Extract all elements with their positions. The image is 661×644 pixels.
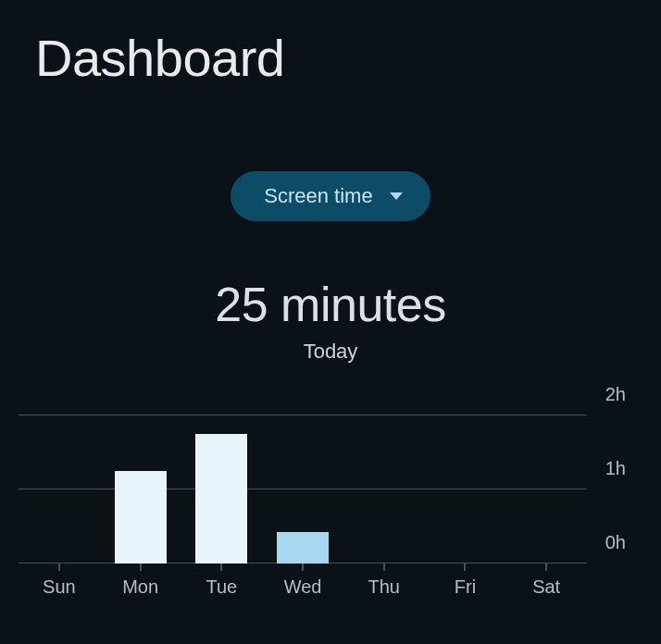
x-axis-label: Thu [343,576,425,598]
x-axis-label: Tue [181,576,262,598]
bar-slot [425,415,506,564]
y-axis-label: 1h [605,458,626,479]
x-axis-label: Wed [262,576,343,598]
x-axis-tick [302,564,304,571]
x-axis-tick [383,564,385,571]
x-axis-label: Mon [100,576,181,598]
bar-slot [181,415,262,564]
screen-time-chart: 0h1h2h SunMonTueWedThuFriSat [19,415,642,610]
page-title: Dashboard [35,28,642,88]
summary-label: Today [19,340,642,364]
x-axis-label: Sat [505,576,587,598]
bar-slot [343,415,425,564]
summary-section: 25 minutes Today [19,277,642,364]
chart-plot: 0h1h2h [19,415,587,564]
dropdown-label: Screen time [264,184,372,208]
bar-slot [262,415,343,564]
y-axis-label: 0h [605,532,626,553]
chart-bar[interactable] [195,434,247,564]
bar-slot [505,415,587,564]
x-axis-tick [464,564,466,571]
chart-bar[interactable] [115,471,167,564]
x-axis-tick [545,564,547,571]
summary-value: 25 minutes [19,277,642,332]
screen-time-dropdown[interactable]: Screen time [231,171,430,221]
x-axis-label: Fri [425,576,506,598]
y-axis-label: 2h [605,384,626,405]
x-axis-tick [220,564,222,571]
x-axis-tick [58,564,60,571]
x-axis-tick [140,564,142,571]
x-axis-labels: SunMonTueWedThuFriSat [19,576,587,598]
dropdown-container: Screen time [19,171,642,221]
bar-slot [100,415,181,564]
bars-container [19,415,587,564]
x-axis-label: Sun [19,576,100,598]
bar-slot [19,415,100,564]
chevron-down-icon [390,192,403,200]
chart-bar[interactable] [277,532,329,564]
